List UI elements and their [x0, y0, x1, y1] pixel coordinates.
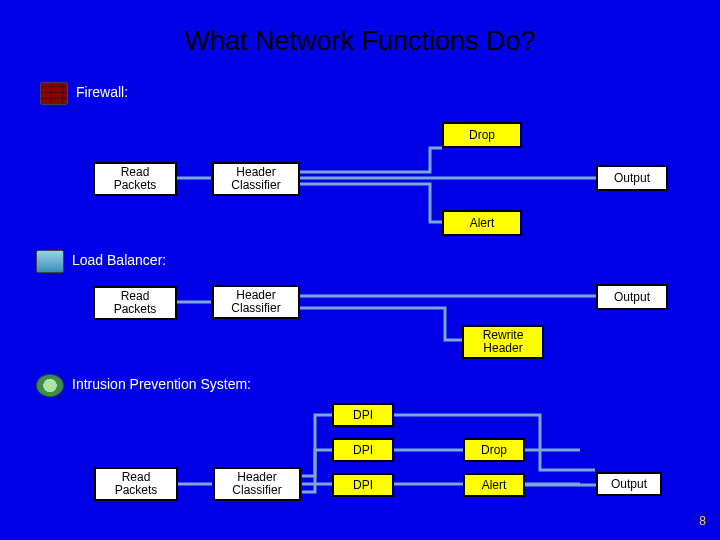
- box-ips-alert: Alert: [463, 473, 525, 497]
- page-number: 8: [699, 514, 706, 528]
- box-ips-read: Read Packets: [94, 467, 178, 501]
- box-ips-dpi3: DPI: [332, 473, 394, 497]
- box-firewall-classifier: Header Classifier: [212, 162, 300, 196]
- load-balancer-icon: [36, 250, 64, 273]
- box-ips-output: Output: [596, 472, 662, 496]
- box-lb-output: Output: [596, 284, 668, 310]
- box-ips-drop: Drop: [463, 438, 525, 462]
- box-ips-dpi2: DPI: [332, 438, 394, 462]
- section-label-ips: Intrusion Prevention System:: [72, 376, 251, 392]
- box-firewall-drop: Drop: [442, 122, 522, 148]
- box-lb-read: Read Packets: [93, 286, 177, 320]
- box-lb-rewrite: Rewrite Header: [462, 325, 544, 359]
- box-firewall-alert: Alert: [442, 210, 522, 236]
- box-firewall-read: Read Packets: [93, 162, 177, 196]
- box-ips-classifier: Header Classifier: [213, 467, 301, 501]
- slide-title: What Network Functions Do?: [0, 26, 720, 57]
- section-label-firewall: Firewall:: [76, 84, 128, 100]
- section-label-lb: Load Balancer:: [72, 252, 166, 268]
- box-ips-dpi1: DPI: [332, 403, 394, 427]
- firewall-icon: [40, 82, 68, 105]
- box-firewall-output: Output: [596, 165, 668, 191]
- ips-icon: [36, 374, 64, 397]
- box-lb-classifier: Header Classifier: [212, 285, 300, 319]
